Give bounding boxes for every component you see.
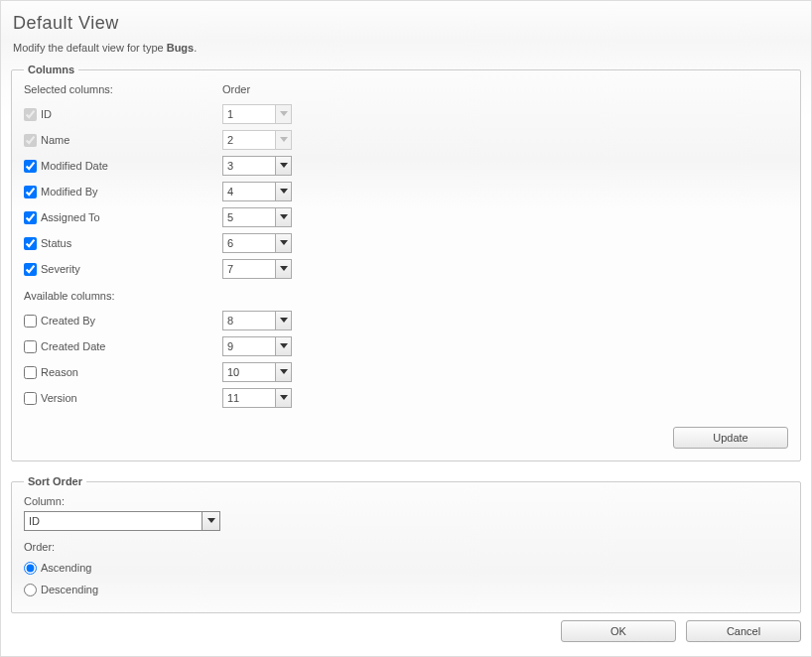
order-select-arrow[interactable] bbox=[275, 260, 291, 278]
ascending-label[interactable]: Ascending bbox=[41, 562, 91, 574]
order-header: Order bbox=[222, 83, 250, 95]
chevron-down-icon bbox=[280, 395, 288, 401]
descending-label[interactable]: Descending bbox=[41, 584, 98, 595]
order-select-arrow[interactable] bbox=[275, 183, 291, 200]
column-checkbox-cell: Assigned To bbox=[24, 211, 222, 224]
sort-order-legend: Sort Order bbox=[24, 475, 86, 487]
column-label: Reason bbox=[41, 366, 78, 378]
chevron-down-icon bbox=[280, 266, 288, 272]
column-row: Modified Date3 bbox=[24, 153, 788, 179]
chevron-down-icon bbox=[280, 137, 288, 143]
order-select-value: 9 bbox=[223, 337, 275, 355]
order-select-value: 1 bbox=[223, 105, 275, 123]
column-checkbox[interactable] bbox=[24, 315, 37, 328]
order-select[interactable]: 4 bbox=[222, 182, 292, 201]
column-select-value: ID bbox=[25, 512, 202, 530]
order-select: 2 bbox=[222, 130, 292, 150]
column-checkbox[interactable] bbox=[24, 340, 37, 353]
chevron-down-icon bbox=[280, 214, 288, 220]
column-label: Name bbox=[41, 134, 69, 146]
column-label: ID bbox=[41, 108, 52, 120]
order-select-value: 3 bbox=[223, 157, 275, 175]
chevron-down-icon bbox=[207, 518, 215, 524]
column-select[interactable]: ID bbox=[24, 511, 220, 531]
default-view-panel: Default View Modify the default view for… bbox=[0, 0, 812, 657]
column-row: Version11 bbox=[24, 385, 788, 411]
order-select-arrow[interactable] bbox=[275, 389, 291, 407]
chevron-down-icon bbox=[280, 189, 288, 195]
column-checkbox-cell: Created Date bbox=[24, 340, 222, 353]
order-select[interactable]: 11 bbox=[222, 388, 292, 408]
chevron-down-icon bbox=[280, 111, 288, 117]
order-select-arrow[interactable] bbox=[275, 363, 291, 381]
description-suffix: . bbox=[194, 42, 197, 54]
order-select-arrow[interactable] bbox=[275, 208, 291, 226]
column-label: Version bbox=[41, 392, 77, 404]
column-row: ID1 bbox=[24, 101, 788, 127]
column-checkbox-cell: Modified By bbox=[24, 186, 222, 198]
order-select-value: 2 bbox=[223, 131, 275, 149]
order-select-arrow bbox=[275, 105, 291, 123]
chevron-down-icon bbox=[280, 240, 288, 246]
column-checkbox[interactable] bbox=[24, 392, 37, 405]
column-row: Modified By4 bbox=[24, 179, 788, 204]
update-button[interactable]: Update bbox=[673, 427, 788, 449]
column-checkbox[interactable] bbox=[24, 366, 37, 379]
order-select[interactable]: 10 bbox=[222, 362, 292, 382]
order-select[interactable]: 6 bbox=[222, 233, 292, 253]
column-checkbox-cell: Reason bbox=[24, 366, 222, 379]
ascending-radio[interactable] bbox=[24, 562, 37, 575]
available-columns-header: Available columns: bbox=[24, 290, 788, 302]
column-label: Assigned To bbox=[41, 211, 100, 223]
column-label: Created Date bbox=[41, 340, 105, 352]
column-row: Created Date9 bbox=[24, 333, 788, 359]
column-checkbox-cell: Name bbox=[24, 134, 222, 147]
order-select-arrow[interactable] bbox=[275, 312, 291, 329]
columns-legend: Columns bbox=[24, 64, 78, 75]
column-checkbox[interactable] bbox=[24, 186, 37, 198]
column-label: Modified Date bbox=[41, 160, 108, 172]
column-select-arrow[interactable] bbox=[202, 512, 219, 530]
cancel-button[interactable]: Cancel bbox=[686, 620, 801, 642]
column-label: Created By bbox=[41, 315, 95, 327]
column-checkbox bbox=[24, 134, 37, 147]
column-checkbox[interactable] bbox=[24, 237, 37, 250]
order-select[interactable]: 3 bbox=[222, 156, 292, 176]
order-label: Order: bbox=[24, 541, 788, 553]
order-select-arrow[interactable] bbox=[275, 337, 291, 355]
column-row: Reason10 bbox=[24, 359, 788, 385]
order-select-arrow[interactable] bbox=[275, 157, 291, 175]
ok-button[interactable]: OK bbox=[561, 620, 676, 642]
order-select[interactable]: 8 bbox=[222, 311, 292, 330]
column-row: Status6 bbox=[24, 230, 788, 256]
column-row: Assigned To5 bbox=[24, 204, 788, 230]
column-checkbox-cell: Created By bbox=[24, 315, 222, 328]
order-select-value: 8 bbox=[223, 312, 275, 329]
chevron-down-icon bbox=[280, 163, 288, 169]
descending-radio[interactable] bbox=[24, 584, 37, 596]
order-select[interactable]: 5 bbox=[222, 207, 292, 227]
chevron-down-icon bbox=[280, 318, 288, 324]
order-select-arrow[interactable] bbox=[275, 234, 291, 252]
order-select-value: 11 bbox=[223, 389, 275, 407]
order-select[interactable]: 9 bbox=[222, 336, 292, 356]
column-label: Status bbox=[41, 237, 71, 249]
description-prefix: Modify the default view for type bbox=[13, 42, 167, 54]
column-checkbox[interactable] bbox=[24, 160, 37, 173]
column-label: Modified By bbox=[41, 186, 97, 197]
chevron-down-icon bbox=[280, 369, 288, 375]
column-checkbox-cell: Version bbox=[24, 392, 222, 405]
order-select: 1 bbox=[222, 104, 292, 124]
column-checkbox-cell: Severity bbox=[24, 263, 222, 276]
order-select-value: 6 bbox=[223, 234, 275, 252]
column-checkbox-cell: Status bbox=[24, 237, 222, 250]
order-select-value: 10 bbox=[223, 363, 275, 381]
sort-order-fieldset: Sort Order Column: ID Order: Ascending D… bbox=[11, 475, 801, 613]
column-checkbox[interactable] bbox=[24, 263, 37, 276]
order-select[interactable]: 7 bbox=[222, 259, 292, 279]
column-row: Created By8 bbox=[24, 308, 788, 333]
column-row: Name2 bbox=[24, 127, 788, 153]
column-checkbox-cell: Modified Date bbox=[24, 160, 222, 173]
column-checkbox[interactable] bbox=[24, 211, 37, 224]
column-label: Severity bbox=[41, 263, 80, 275]
